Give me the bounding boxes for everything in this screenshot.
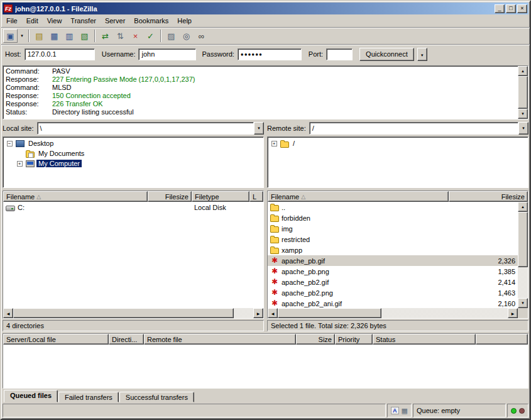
local-site-combobox[interactable]: \ ▼ [37,122,264,135]
ascii-mode-icon[interactable]: A [391,407,399,414]
find-files-button[interactable]: ∞ [194,29,209,43]
tab-queued-files[interactable]: Queued files [4,390,58,402]
disconnect-button[interactable]: ✓ [143,29,158,43]
tree-item-my-documents[interactable]: My Documents [15,148,263,158]
scroll-track[interactable] [278,308,508,318]
window-title: john@127.0.0.1 - FileZilla [15,5,492,13]
column-header-filename[interactable]: Filename △ [268,191,449,202]
column-header-direction[interactable]: Directi... [109,334,144,345]
expand-icon[interactable]: + [17,161,23,167]
column-header-last-modified[interactable]: L [249,191,263,202]
log-line: Response:226 Transfer OK [6,100,518,108]
scroll-up-button[interactable]: ▲ [518,202,528,212]
keypad-icon[interactable]: ▦ [402,407,408,414]
column-header-filename[interactable]: Filename △ [3,191,148,202]
log-text: Directory listing successful [52,108,134,116]
scroll-track[interactable] [518,76,528,109]
scroll-down-button[interactable]: ▼ [518,109,528,119]
scroll-track[interactable] [13,308,253,318]
dir-row-restricted[interactable]: restricted [268,234,518,245]
site-manager-button[interactable]: ▣ [3,29,18,43]
remote-site-combobox[interactable]: / ▼ [309,122,528,135]
quickconnect-button[interactable]: Quickconnect [359,48,414,61]
local-list-body: C: Local Disk [3,202,263,308]
title-bar[interactable]: Fz john@127.0.0.1 - FileZilla _ □ × [3,3,528,14]
menu-server[interactable]: Server [101,15,129,26]
file-row-apache-pb2-png[interactable]: ✱apache_pb2.png 1,463 [268,287,518,298]
filter-icon: ▨ [167,32,175,40]
scroll-left-button[interactable]: ◀ [3,308,13,318]
menu-file[interactable]: File [2,15,22,26]
menu-view[interactable]: View [43,15,67,26]
column-header-status[interactable]: Status [373,334,476,345]
site-manager-dropdown[interactable]: ▼ [18,29,26,43]
menu-edit[interactable]: Edit [22,15,43,26]
remote-vertical-scrollbar[interactable]: ▲ ▼ [518,202,528,308]
port-input[interactable] [326,48,353,60]
scroll-thumb[interactable] [518,76,528,109]
host-input[interactable] [25,48,95,60]
cancel-operation-button[interactable]: × [128,29,143,43]
file-row-apache-pb-gif[interactable]: ✱apache_pb.gif 2,326 [268,255,518,266]
tree-item-desktop[interactable]: − Desktop [5,138,263,148]
queue-body[interactable] [3,345,528,388]
file-row-c-drive[interactable]: C: Local Disk [3,202,263,213]
scroll-thumb[interactable] [518,212,528,267]
dir-name: .. [282,204,285,211]
remote-site-dropdown[interactable]: ▼ [518,122,528,135]
filter-button[interactable]: ▨ [164,29,178,43]
refresh-button[interactable]: ⇄ [98,29,112,43]
scroll-right-button[interactable]: ▶ [508,308,518,318]
log-vertical-scrollbar[interactable]: ▲ ▼ [518,66,528,119]
tab-failed-transfers[interactable]: Failed transfers [58,392,119,402]
password-input[interactable] [238,48,302,60]
column-header-filesize[interactable]: Filesize [449,191,528,202]
dir-row-forbidden[interactable]: forbidden [268,213,518,223]
column-header-filetype[interactable]: Filetype [192,191,249,202]
quickconnect-dropdown[interactable]: ▼ [417,48,427,61]
remote-status-bar: Selected 1 file. Total size: 2,326 bytes [267,320,528,331]
scroll-up-button[interactable]: ▲ [518,66,528,76]
toggle-message-log-button[interactable]: ▤ [32,29,47,43]
close-button[interactable]: × [517,4,527,13]
scroll-track[interactable] [518,212,528,298]
remote-site-path[interactable]: / [309,122,518,135]
local-site-path[interactable]: \ [37,122,254,135]
menu-bookmarks[interactable]: Bookmarks [129,15,173,26]
column-header-priority[interactable]: Priority [335,334,373,345]
column-header-filesize[interactable]: Filesize [148,191,192,202]
file-row-apache-pb-png[interactable]: ✱apache_pb.png 1,385 [268,266,518,277]
column-header-server-local-file[interactable]: Server/Local file [3,334,109,345]
scroll-left-button[interactable]: ◀ [268,308,278,318]
file-row-apache-pb2-ani-gif[interactable]: ✱apache_pb2_ani.gif 2,160 [268,298,518,308]
tree-item-root[interactable]: + / [270,138,527,148]
file-row-apache-pb2-gif[interactable]: ✱apache_pb2.gif 2,414 [268,277,518,287]
local-horizontal-scrollbar[interactable]: ◀ ▶ [3,308,263,318]
toggle-local-tree-button[interactable]: ▦ [47,29,62,43]
toggle-queue-button[interactable]: ▧ [77,29,92,43]
scroll-thumb[interactable] [13,308,234,318]
search-button[interactable]: ◎ [179,29,194,43]
tab-successful-transfers[interactable]: Successful transfers [119,392,194,402]
scroll-down-button[interactable]: ▼ [518,298,528,308]
scroll-right-button[interactable]: ▶ [253,308,263,318]
tree-item-my-computer[interactable]: + My Computer [15,158,263,169]
dir-row-xampp[interactable]: xampp [268,245,518,255]
username-input[interactable] [138,48,196,60]
menu-help[interactable]: Help [173,15,196,26]
column-header-size[interactable]: Size [296,334,335,345]
dir-row-img[interactable]: img [268,223,518,234]
minimize-button[interactable]: _ [495,4,505,13]
menu-transfer[interactable]: Transfer [66,15,101,26]
process-queue-button[interactable]: ⇅ [113,29,128,43]
dir-row-parent[interactable]: .. [268,202,518,213]
file-name: C: [18,204,25,211]
scroll-thumb[interactable] [278,308,381,318]
collapse-icon[interactable]: − [7,141,13,146]
local-site-dropdown[interactable]: ▼ [254,122,264,135]
toggle-remote-tree-button[interactable]: ▥ [62,29,77,43]
remote-horizontal-scrollbar[interactable]: ◀ ▶ [268,308,528,318]
expand-icon[interactable]: + [271,141,277,146]
column-header-remote-file[interactable]: Remote file [144,334,296,345]
maximize-button[interactable]: □ [506,4,516,13]
